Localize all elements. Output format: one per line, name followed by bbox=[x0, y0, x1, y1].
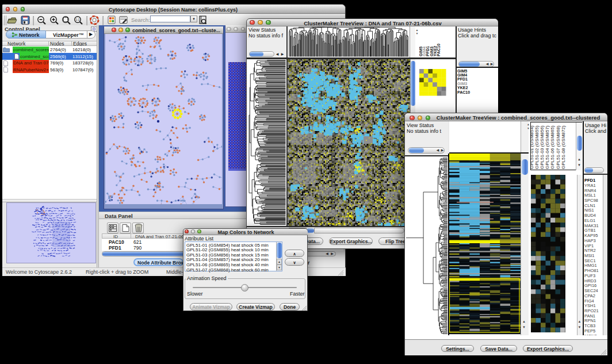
svg-text:GPL51-08 (GSM872): GPL51-08 (GSM872) bbox=[561, 125, 566, 169]
svg-text:GPL51-07 (GSM868): GPL51-07 (GSM868) bbox=[556, 125, 561, 169]
svg-text:GPL51-01 (GSM854): GPL51-01 (GSM854) bbox=[530, 125, 534, 169]
svg-text:1:1: 1:1 bbox=[76, 18, 80, 21]
svg-text:PAC10: PAC10 bbox=[437, 44, 441, 56]
svg-text:GPL51-04 (GSM857): GPL51-04 (GSM857) bbox=[545, 125, 550, 169]
svg-text:GPL51-02 (GSM855): GPL51-02 (GSM855) bbox=[534, 125, 540, 169]
svg-text:GPL51-06 (GSM865): GPL51-06 (GSM865) bbox=[550, 125, 555, 169]
svg-text:GPL51-03 (GSM856): GPL51-03 (GSM856) bbox=[540, 125, 545, 169]
